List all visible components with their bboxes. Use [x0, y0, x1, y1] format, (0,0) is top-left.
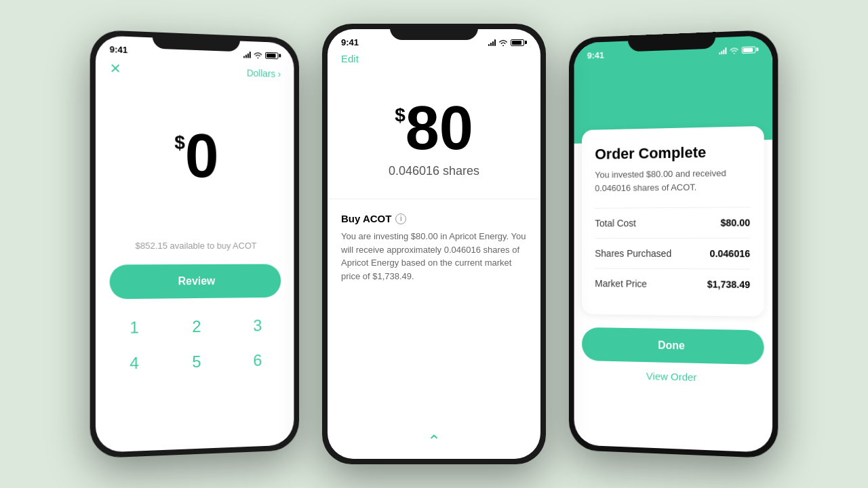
- phones-container: 9:41: [92, 24, 776, 464]
- key-3[interactable]: 3: [227, 308, 288, 344]
- battery-icon: [265, 52, 281, 59]
- status-icons-left: [243, 51, 281, 59]
- wifi-icon: [254, 52, 263, 58]
- order-row-shares: Shares Purchased 0.046016: [595, 238, 750, 269]
- time-right: 9:41: [587, 50, 604, 61]
- wifi-icon-right: [729, 47, 738, 54]
- key-6[interactable]: 6: [227, 342, 288, 378]
- buy-title: Buy ACOT i: [341, 213, 527, 224]
- amount-value: 0: [185, 125, 219, 187]
- key-4[interactable]: 4: [102, 345, 165, 382]
- dollars-button[interactable]: Dollars ›: [247, 68, 281, 79]
- signal-icon: [243, 51, 251, 58]
- screen-buy: 9:41: [96, 35, 294, 453]
- currency-symbol: $: [174, 131, 185, 153]
- screen-complete: 9:41: [574, 35, 772, 453]
- shares-text: 0.046016 shares: [341, 164, 527, 178]
- order-complete-title: Order Complete: [595, 143, 750, 163]
- signal-icon-right: [719, 47, 726, 54]
- market-price-label: Market Price: [595, 278, 647, 289]
- time-left: 9:41: [110, 44, 128, 55]
- view-order-link[interactable]: View Order: [574, 361, 772, 394]
- dollar-amount-center: $ 80: [341, 98, 527, 159]
- phone-center: 9:41: [322, 24, 546, 464]
- review-button[interactable]: Review: [110, 264, 281, 300]
- order-row-total: Total Cost $80.00: [595, 207, 750, 238]
- status-icons-center: [488, 39, 527, 46]
- keypad: 1 2 3 4 5 6: [96, 308, 294, 382]
- available-text: $852.15 available to buy ACOT: [96, 241, 294, 251]
- dollar-amount: $ 0: [110, 123, 281, 187]
- amount-value-center: 80: [406, 98, 473, 159]
- buy-section: Buy ACOT i You are investing $80.00 in A…: [328, 199, 540, 283]
- time-center: 9:41: [341, 37, 359, 47]
- order-subtitle: You invested $80.00 and received 0.04601…: [595, 166, 750, 195]
- total-cost-value: $80.00: [720, 217, 750, 228]
- order-row-market: Market Price $1,738.49: [595, 268, 750, 300]
- buy-title-text: Buy ACOT: [341, 213, 391, 224]
- chevron-up-icon: ⌃: [427, 432, 441, 451]
- screen-review: 9:41: [328, 29, 540, 459]
- info-icon: i: [395, 214, 406, 224]
- amount-display-center: $ 80 0.046016 shares: [328, 70, 540, 185]
- buy-description: You are investing $80.00 in Apricot Ener…: [341, 230, 527, 283]
- currency-symbol-center: $: [395, 104, 406, 126]
- battery-icon-right: [742, 46, 759, 54]
- signal-icon-center: [488, 39, 496, 46]
- status-icons-right: [719, 46, 758, 54]
- close-button[interactable]: ✕: [110, 60, 121, 77]
- swipe-area[interactable]: ⌃: [427, 432, 441, 451]
- amount-display: $ 0: [96, 81, 294, 201]
- key-1[interactable]: 1: [102, 310, 165, 346]
- edit-button[interactable]: Edit: [341, 53, 359, 64]
- battery-icon-center: [511, 39, 527, 46]
- key-5[interactable]: 5: [165, 344, 227, 380]
- shares-purchased-label: Shares Purchased: [595, 248, 671, 259]
- nav-row-review: Edit: [328, 50, 540, 70]
- notch-left: [153, 32, 240, 52]
- notch-right: [628, 32, 715, 52]
- key-2[interactable]: 2: [165, 308, 227, 344]
- phone-right: 9:41: [569, 30, 778, 459]
- market-price-value: $1,738.49: [707, 279, 750, 290]
- wifi-icon-center: [498, 39, 508, 46]
- order-card: Order Complete You invested $80.00 and r…: [582, 126, 764, 317]
- phone-left: 9:41: [90, 30, 299, 459]
- notch-center: [390, 24, 478, 40]
- shares-purchased-value: 0.046016: [710, 248, 750, 259]
- total-cost-label: Total Cost: [595, 218, 636, 228]
- done-button[interactable]: Done: [582, 327, 764, 365]
